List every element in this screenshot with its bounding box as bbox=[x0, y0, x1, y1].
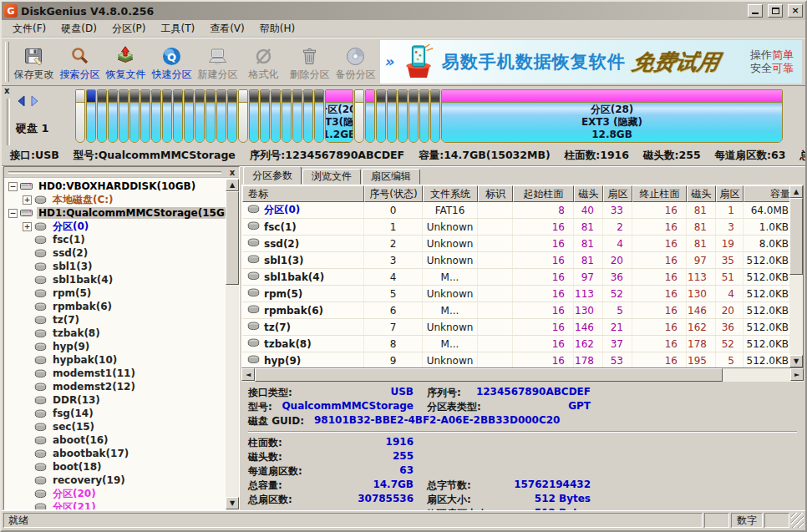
partition-mini-bar[interactable] bbox=[108, 89, 118, 143]
quick-partition-button[interactable]: Q快速分区 bbox=[149, 39, 195, 84]
scroll-down-icon[interactable]: ▼ bbox=[789, 355, 803, 367]
tree-item-fsg-14[interactable]: fsg(14) bbox=[4, 407, 239, 420]
tree-item-ssd-2[interactable]: ssd(2) bbox=[4, 246, 239, 260]
partition-bar-20[interactable]: 分区(20)EXT3(隐藏)1.2GB bbox=[325, 89, 353, 143]
partition-mini-bar[interactable] bbox=[151, 89, 161, 143]
column-header-5[interactable]: 磁头 bbox=[574, 185, 603, 202]
tree-item-rpmbak-6[interactable]: rpmbak(6) bbox=[4, 300, 239, 313]
tree-item-hypbak-10[interactable]: hypbak(10) bbox=[4, 353, 239, 367]
tree-item-hd0[interactable]: −HD0:VBOXHARDDISK(10GB) bbox=[4, 180, 239, 193]
partition-mini-bar[interactable] bbox=[97, 89, 107, 143]
partition-row[interactable]: tzbak(8)8M...16162371617852512.0KB bbox=[242, 336, 789, 352]
collapse-icon[interactable]: − bbox=[8, 182, 18, 191]
table-vertical-scrollbar[interactable]: ▲ ▼ bbox=[789, 185, 803, 367]
tree-item-rpm-5[interactable]: rpm(5) bbox=[4, 286, 239, 300]
scrollbar-thumb[interactable] bbox=[226, 191, 239, 285]
tree-item-sec-15[interactable]: sec(15) bbox=[4, 420, 239, 433]
partition-row[interactable]: sbl1(3)3Unknown168120169735512.0KB bbox=[242, 252, 789, 269]
minimize-button[interactable] bbox=[748, 4, 763, 18]
maximize-button[interactable] bbox=[768, 4, 783, 18]
tab-sector-edit[interactable]: 扇区编辑 bbox=[362, 169, 420, 185]
partition-row[interactable]: 分区(0)0FAT16840331681164.0MB bbox=[242, 202, 789, 219]
tree-panel-close-icon[interactable]: x bbox=[226, 168, 239, 177]
scroll-up-icon[interactable]: ▲ bbox=[789, 185, 803, 198]
search-partition-button[interactable]: 搜索分区 bbox=[57, 39, 103, 84]
column-header-3[interactable]: 标识 bbox=[478, 185, 513, 202]
partition-mini-bar[interactable] bbox=[216, 89, 226, 143]
partition-mini-bar[interactable] bbox=[303, 89, 313, 143]
partition-mini-bar[interactable] bbox=[292, 89, 302, 143]
tree-item-hd1[interactable]: −HD1:QualcommMMCStorage(15GB) bbox=[4, 206, 239, 220]
scroll-left-icon[interactable]: ◄ bbox=[241, 368, 255, 381]
tree-item-boot-18[interactable]: boot(18) bbox=[4, 460, 239, 474]
tree-item-ddr-13[interactable]: DDR(13) bbox=[4, 393, 239, 407]
table-horizontal-scrollbar[interactable]: ◄ ► bbox=[241, 368, 804, 382]
partition-mini-bar[interactable] bbox=[271, 89, 281, 143]
disk-panel-close-icon[interactable]: x bbox=[4, 86, 9, 95]
column-header-7[interactable]: 终止柱面 bbox=[632, 185, 687, 202]
partition-mini-bar[interactable] bbox=[206, 89, 216, 143]
partition-row[interactable]: sbl1bak(4)4M...1697361611351512.0KB bbox=[242, 269, 789, 286]
tree-item-partition-21[interactable]: 分区(21) bbox=[4, 500, 239, 509]
recover-files-button[interactable]: 恢复文件 bbox=[103, 39, 149, 84]
partition-mini-bar[interactable] bbox=[376, 89, 386, 143]
tree-scrollbar[interactable]: ▲ ▼ bbox=[226, 179, 239, 509]
partition-mini-bar[interactable] bbox=[398, 89, 408, 143]
column-header-0[interactable]: 卷标 bbox=[242, 185, 364, 202]
scrollbar-thumb[interactable] bbox=[789, 198, 803, 275]
tree-item-recovery-19[interactable]: recovery(19) bbox=[4, 474, 239, 487]
partition-mini-bar[interactable] bbox=[129, 89, 140, 143]
save-changes-button[interactable]: 保存更改 bbox=[11, 39, 57, 84]
scrollbar-thumb[interactable] bbox=[255, 368, 723, 382]
close-button[interactable]: × bbox=[788, 4, 803, 18]
column-header-9[interactable]: 扇区 bbox=[716, 185, 744, 202]
column-header-10[interactable]: 容量 bbox=[744, 185, 789, 202]
tree-item-tz-7[interactable]: tz(7) bbox=[4, 313, 239, 327]
toolbar-overflow-chevron[interactable]: » bbox=[383, 54, 396, 69]
partition-mini-bar[interactable] bbox=[238, 89, 248, 143]
disk-panel-grip[interactable] bbox=[7, 99, 10, 145]
partition-mini-bar[interactable] bbox=[387, 89, 397, 143]
partition-mini-bar[interactable] bbox=[195, 89, 205, 143]
column-header-4[interactable]: 起始柱面 bbox=[513, 185, 574, 202]
partition-mini-bar[interactable] bbox=[173, 89, 183, 143]
scrollbar-track[interactable] bbox=[789, 275, 803, 355]
tree-item-sbl1-3[interactable]: sbl1(3) bbox=[4, 260, 239, 273]
tab-partition-params[interactable]: 分区参数 bbox=[243, 166, 302, 185]
partition-mini-bar[interactable] bbox=[249, 89, 259, 143]
scroll-down-icon[interactable]: ▼ bbox=[226, 497, 239, 509]
tree-item-modemst1-11[interactable]: modemst1(11) bbox=[4, 367, 239, 380]
partition-mini-bar[interactable] bbox=[260, 89, 270, 143]
partition-row[interactable]: rpm(5)5Unknown1611352161304512.0KB bbox=[242, 286, 789, 302]
partition-row[interactable]: tz(7)7Unknown16146211616236512.0KB bbox=[242, 319, 789, 336]
tree-item-partition-20[interactable]: 分区(20) bbox=[4, 487, 239, 500]
prev-disk-button[interactable] bbox=[16, 95, 27, 109]
tree-item-partition-0[interactable]: +分区(0) bbox=[4, 220, 239, 233]
scroll-right-icon[interactable]: ► bbox=[790, 368, 804, 381]
partition-row[interactable]: fsc(1)1Unknown16812168131.0KB bbox=[242, 219, 789, 236]
partition-mini-bar[interactable] bbox=[409, 89, 419, 143]
column-header-8[interactable]: 磁头 bbox=[687, 185, 716, 202]
partition-mini-bar[interactable] bbox=[86, 89, 96, 143]
partition-mini-bar[interactable] bbox=[430, 89, 440, 143]
scrollbar-track[interactable] bbox=[226, 285, 239, 497]
expand-icon[interactable]: + bbox=[23, 195, 32, 205]
resize-grip[interactable] bbox=[791, 513, 804, 528]
tree-panel-grip[interactable] bbox=[8, 171, 221, 174]
menu-item-tools[interactable]: 工具(T) bbox=[153, 20, 202, 38]
partition-mini-bar[interactable] bbox=[75, 89, 85, 143]
partition-mini-bar[interactable] bbox=[282, 89, 292, 143]
tab-browse-files[interactable]: 浏览文件 bbox=[302, 169, 361, 185]
scrollbar-track[interactable] bbox=[723, 368, 790, 382]
menu-item-file[interactable]: 文件(F) bbox=[5, 20, 53, 38]
partition-mini-bar[interactable] bbox=[314, 89, 324, 143]
partition-mini-bar[interactable] bbox=[354, 89, 364, 143]
partition-row[interactable]: ssd(2)2Unknown168141681198.0KB bbox=[242, 236, 789, 252]
scroll-up-icon[interactable]: ▲ bbox=[226, 179, 239, 191]
column-header-1[interactable]: 序号(状态) bbox=[364, 185, 423, 202]
partition-mini-bar[interactable] bbox=[419, 89, 429, 143]
menu-item-view[interactable]: 查看(V) bbox=[202, 20, 252, 38]
partition-bar-28[interactable]: 分区(28)EXT3 (隐藏)12.8GB bbox=[441, 89, 783, 143]
column-header-6[interactable]: 扇区 bbox=[603, 185, 632, 202]
partition-row[interactable]: hyp(9)9Unknown1617853161955512.0KB bbox=[242, 352, 789, 367]
